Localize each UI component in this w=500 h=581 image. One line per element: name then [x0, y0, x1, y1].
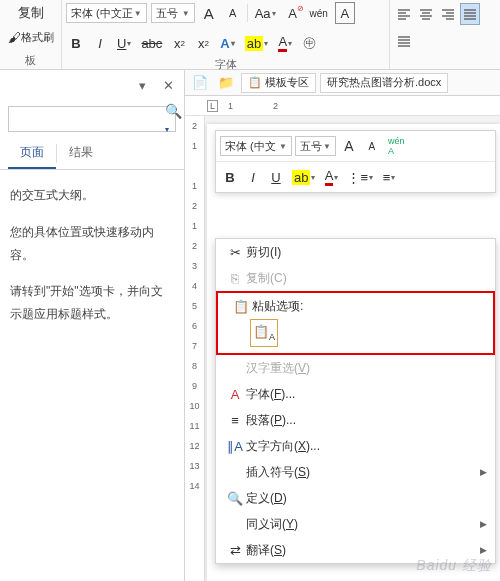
horizontal-ruler[interactable]: L 12	[185, 96, 500, 116]
format-painter-button[interactable]: 🖌格式刷	[4, 26, 58, 48]
ctx-insert-symbol[interactable]: 插入符号(S)▶	[216, 459, 495, 485]
strike-button[interactable]: abc	[138, 32, 165, 54]
underline-button[interactable]: U▾	[114, 32, 134, 54]
paste-text-icon: 📋A	[253, 324, 275, 342]
mini-underline[interactable]: U	[266, 166, 286, 188]
search-input[interactable]	[15, 112, 165, 126]
scissors-icon: ✂	[224, 245, 246, 260]
mini-font-name[interactable]: 宋体 (中文▼	[220, 136, 292, 156]
mini-shrink-font[interactable]: A	[362, 135, 382, 157]
mini-grow-font[interactable]: A	[339, 135, 359, 157]
mini-highlight[interactable]: ab▾	[289, 166, 318, 188]
ctx-cut[interactable]: ✂剪切(I)	[216, 239, 495, 265]
mini-bullets[interactable]: ⋮≡▾	[344, 166, 376, 188]
clear-format-button[interactable]: A⊘	[283, 2, 303, 24]
paste-keep-text-button[interactable]: 📋A	[250, 319, 278, 347]
shrink-font-button[interactable]: A	[223, 2, 243, 24]
mini-font-color[interactable]: A▾	[321, 166, 341, 188]
nav-body-text: 的交互式大纲。 您的具体位置或快速移动内容。 请转到"开始"选项卡，并向文示题应…	[0, 170, 184, 354]
define-icon: 🔍	[224, 491, 246, 506]
tab-result[interactable]: 结果	[57, 138, 105, 169]
clipboard-group-label: 板	[0, 52, 61, 69]
superscript-button[interactable]: x2	[193, 32, 213, 54]
mini-pinyin-button[interactable]: wénA	[385, 135, 408, 157]
ctx-paste-options: 📋粘贴选项:	[222, 295, 489, 317]
align-center-button[interactable]	[416, 3, 436, 25]
ctx-copy: ⎘复制(C)	[216, 265, 495, 291]
font-size-combo[interactable]: 五号▼	[151, 3, 195, 23]
mini-italic[interactable]: I	[243, 166, 263, 188]
italic-button[interactable]: I	[90, 32, 110, 54]
ctx-synonym[interactable]: 同义词(Y)▶	[216, 511, 495, 537]
ctx-font[interactable]: A字体(F)...	[216, 381, 495, 407]
copy-icon: ⎘	[224, 271, 246, 286]
mini-numbering[interactable]: ≡▾	[379, 166, 399, 188]
align-right-button[interactable]	[438, 3, 458, 25]
open-folder-icon[interactable]: 📁	[215, 72, 237, 94]
nav-dropdown-icon[interactable]: ▾	[132, 74, 152, 96]
paragraph-icon: ≡	[224, 413, 246, 428]
align-left-button[interactable]	[394, 3, 414, 25]
tab-page[interactable]: 页面	[8, 138, 56, 169]
change-case-button[interactable]: Aa▾	[252, 2, 279, 24]
pinyin-button[interactable]: wén	[307, 2, 331, 24]
font-color-button[interactable]: A▾	[275, 32, 295, 54]
font-name-combo[interactable]: 宋体 (中文正▼	[66, 3, 147, 23]
mini-toolbar: 宋体 (中文▼ 五号▼ A A wénA B I U ab▾ A▾ ⋮≡▾ ≡▾	[215, 130, 496, 193]
align-justify-button[interactable]	[460, 3, 480, 25]
char-border-button[interactable]: A	[335, 2, 355, 24]
ctx-define[interactable]: 🔍定义(D)	[216, 485, 495, 511]
translate-icon: ⇄	[224, 543, 246, 558]
brush-icon: 🖌	[8, 30, 21, 45]
search-input-wrap[interactable]: 🔍▾	[8, 106, 176, 132]
nav-close-icon[interactable]: ✕	[158, 74, 178, 96]
highlight-button[interactable]: ab▾	[242, 32, 271, 54]
grow-font-button[interactable]: A	[199, 2, 219, 24]
context-menu: ✂剪切(I) ⎘复制(C) 📋粘贴选项: 📋A 汉字重选(V) A字体(F)..…	[215, 238, 496, 564]
font-icon: A	[224, 387, 246, 402]
template-icon: 📋	[248, 76, 262, 89]
subscript-button[interactable]: x2	[169, 32, 189, 54]
search-icon[interactable]: 🔍▾	[165, 103, 182, 135]
template-tab[interactable]: 📋 模板专区	[241, 73, 316, 93]
ctx-paragraph[interactable]: ≡段落(P)...	[216, 407, 495, 433]
text-direction-icon: ∥A	[224, 439, 246, 454]
align-distribute-button[interactable]	[394, 30, 414, 52]
mini-bold[interactable]: B	[220, 166, 240, 188]
bold-button[interactable]: B	[66, 32, 86, 54]
clipboard-icon: 📋	[230, 299, 252, 314]
copy-button[interactable]: 复制	[4, 2, 58, 24]
vertical-ruler[interactable]: 21121234567891011121314	[185, 116, 205, 581]
new-doc-icon[interactable]: 📄	[189, 72, 211, 94]
mini-font-size[interactable]: 五号▼	[295, 136, 336, 156]
watermark: Baidu 经验	[416, 557, 492, 575]
ctx-hanzi: 汉字重选(V)	[216, 355, 495, 381]
enclosed-char-button[interactable]: ㊥	[299, 32, 319, 54]
text-effects-button[interactable]: A▾	[217, 32, 237, 54]
document-tab[interactable]: 研究热点图谱分析.docx	[320, 73, 448, 93]
ctx-text-direction[interactable]: ∥A文字方向(X)...	[216, 433, 495, 459]
